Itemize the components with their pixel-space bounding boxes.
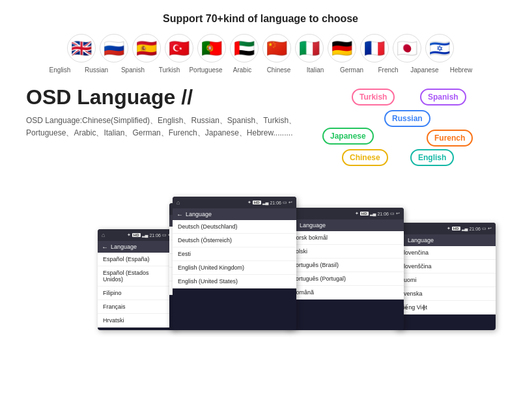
list-item[interactable]: Suomi <box>395 273 496 287</box>
flag-turkish: 🇹🇷 <box>165 34 193 63</box>
osd-title: OSD Language // <box>26 85 313 109</box>
nav-title-4: Language <box>300 222 326 229</box>
phone-screen-3: ⌂ ✦ HD ▂▄ 21:06 ▭ ↩ ← Language Deutsch (… <box>173 197 296 330</box>
signal-4: ▂▄ <box>370 211 376 216</box>
flag-english: 🇬🇧 <box>67 34 96 63</box>
nav-title-3: Language <box>186 211 212 217</box>
flag-portuguese: 🇵🇹 <box>197 34 226 63</box>
flag-russian: 🇷🇺 <box>100 34 128 63</box>
header-title: Support 70+kind of language to choose <box>26 13 495 25</box>
batt-3: ▭ <box>283 200 287 205</box>
list-item[interactable]: Svenska <box>395 287 496 301</box>
main-container: Support 70+kind of language to choose 🇬🇧… <box>0 0 521 420</box>
list-item[interactable]: Français <box>98 300 176 314</box>
label-italian: Italian <box>297 66 333 74</box>
batt-1: ▭ <box>162 232 167 238</box>
list-item[interactable]: Español (Estados Unidos) <box>98 266 176 287</box>
time-1: 21:06 <box>149 233 161 238</box>
list-item[interactable]: Eesti <box>173 247 296 261</box>
label-english: English <box>42 66 78 74</box>
list-item[interactable]: Português (Portugal) <box>287 272 404 286</box>
nav-title-1: Language <box>111 244 137 250</box>
nav-title-5: Language <box>408 237 434 244</box>
list-item[interactable]: Polski <box>287 245 404 259</box>
flag-arabic: 🇦🇪 <box>230 34 259 63</box>
hd-badge-3: HD <box>253 201 261 204</box>
phone-nav-3: ← Language <box>173 208 296 220</box>
list-item[interactable]: Hrvatski <box>98 314 176 328</box>
list-item[interactable]: Português (Brasil) <box>287 259 404 272</box>
screenshots-area: ⌂ ✦ HD ▂▄ 21:06 ▭ ↩ ← Language Español (… <box>26 180 495 330</box>
signal-3: ▂▄ <box>262 200 269 205</box>
batt-5: ▭ <box>482 226 486 231</box>
list-item[interactable]: Slovenčina <box>395 246 496 260</box>
bt-icon-5: ✦ <box>447 226 451 231</box>
list-item[interactable]: Tiếng Việt <box>395 301 496 315</box>
back-5: ↩ <box>488 226 492 231</box>
status-4: ✦ HD ▂▄ 21:06 ▭ ↩ <box>355 211 400 216</box>
phone-header-5: ⌂ ✦ HD ▂▄ 21:06 ▭ ↩ <box>395 223 496 234</box>
label-french: French <box>370 66 406 74</box>
flag-row: 🇬🇧 🇷🇺 🇪🇸 🇹🇷 🇵🇹 🇦🇪 🇨🇳 🇮🇹 🇩🇪 🇫🇷 🇯🇵 🇮🇱 <box>26 34 495 63</box>
list-item[interactable]: Norsk bokmål <box>287 231 404 245</box>
phone-list-1: Español (España) Español (Estados Unidos… <box>98 253 176 328</box>
flag-hebrew: 🇮🇱 <box>425 34 454 63</box>
bubble-english: English <box>410 149 454 166</box>
osd-left: OSD Language // OSD Language:Chinese(Sim… <box>26 85 313 139</box>
bubble-furench: Furench <box>427 130 473 147</box>
signal-5: ▂▄ <box>462 226 468 231</box>
bubble-chinese: Chinese <box>342 149 388 166</box>
back-arrow-3: ← <box>176 211 183 218</box>
osd-section: OSD Language // OSD Language:Chinese(Sim… <box>26 85 495 170</box>
flag-italian: 🇮🇹 <box>295 34 324 63</box>
phone-header-1: ⌂ ✦ HD ▂▄ 21:06 ▭ ↩ <box>98 229 176 241</box>
phone-nav-4: ← Language <box>287 219 404 231</box>
list-item[interactable]: Slovenščina <box>395 260 496 273</box>
label-chinese: Chinese <box>260 66 297 74</box>
flag-spanish: 🇪🇸 <box>132 34 161 63</box>
bubble-japanese: Japanese <box>322 128 374 145</box>
bubble-spanish: Spanish <box>420 89 466 105</box>
flag-japanese: 🇯🇵 <box>393 34 421 63</box>
label-portuguese: Portuguese <box>188 66 224 74</box>
home-icon-1: ⌂ <box>102 232 105 238</box>
signal-1: ▂▄ <box>142 232 148 238</box>
flag-french: 🇫🇷 <box>360 34 389 63</box>
list-item[interactable]: Deutsch (Österreich) <box>173 234 296 247</box>
bt-icon-4: ✦ <box>355 211 359 216</box>
label-arabic: Arabic <box>224 66 260 74</box>
phone-list-3: Deutsch (Deutschland) Deutsch (Österreic… <box>173 220 296 288</box>
label-russian: Russian <box>78 66 115 74</box>
status-5: ✦ HD ▂▄ 21:06 ▭ ↩ <box>447 226 492 231</box>
phone-nav-1: ← Language <box>98 241 176 253</box>
status-1: ✦ HD ▂▄ 21:06 ▭ ↩ <box>127 232 172 238</box>
list-item[interactable]: English (United States) <box>173 275 296 288</box>
time-5: 21:06 <box>469 227 481 231</box>
back-4: ↩ <box>396 211 400 216</box>
list-item[interactable]: Deutsch (Deutschland) <box>173 220 296 234</box>
flag-german: 🇩🇪 <box>328 34 356 63</box>
list-item[interactable]: English (United Kingdom) <box>173 261 296 275</box>
flag-chinese: 🇨🇳 <box>262 34 291 63</box>
home-icon-3: ⌂ <box>176 199 180 206</box>
time-3: 21:06 <box>270 201 281 205</box>
phone-header-3: ⌂ ✦ HD ▂▄ 21:06 ▭ ↩ <box>173 197 296 208</box>
cloud-area: Turkish Spanish Russian Japanese Furench… <box>313 85 495 170</box>
list-item[interactable]: Filipino <box>98 287 176 300</box>
back-arrow-1: ← <box>102 244 108 251</box>
phone-screen-5: ⌂ ✦ HD ▂▄ 21:06 ▭ ↩ ← Language Slovenčin… <box>395 223 496 330</box>
osd-description: OSD Language:Chinese(Simplified)、English… <box>26 115 313 139</box>
bubble-turkish: Turkish <box>352 89 395 105</box>
phone-nav-5: ← Language <box>395 234 496 246</box>
list-item[interactable]: Español (España) <box>98 253 176 266</box>
hd-badge-1: HD <box>132 233 141 237</box>
label-turkish: Turkish <box>151 66 188 74</box>
list-item[interactable]: Română <box>287 286 404 300</box>
batt-4: ▭ <box>390 211 395 216</box>
bubble-russian: Russian <box>384 110 430 127</box>
status-3: ✦ HD ▂▄ 21:06 ▭ ↩ <box>247 200 292 205</box>
hd-badge-5: HD <box>452 227 460 231</box>
phone-screen-4: ⌂ ✦ HD ▂▄ 21:06 ▭ ↩ ← Language Norsk bok… <box>287 208 404 330</box>
bt-icon-1: ✦ <box>127 232 131 238</box>
phone-screen-1: ⌂ ✦ HD ▂▄ 21:06 ▭ ↩ ← Language Español (… <box>98 229 176 330</box>
